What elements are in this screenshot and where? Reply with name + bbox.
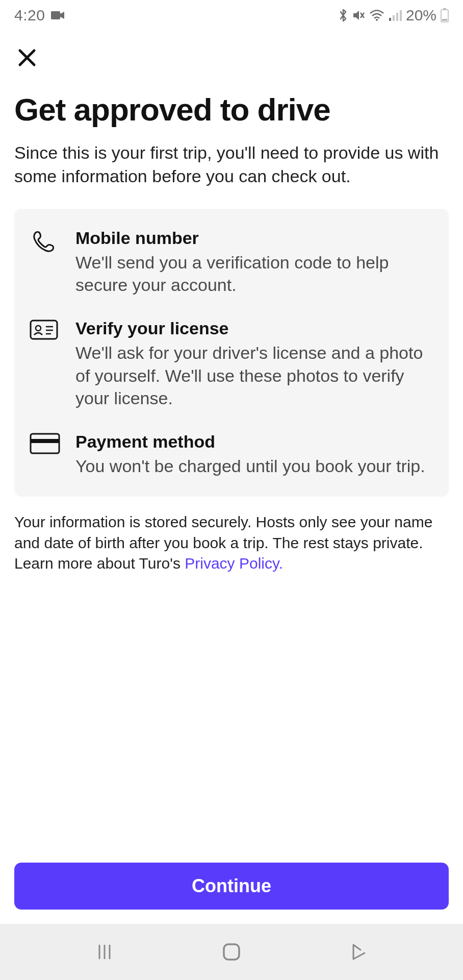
step-desc: You won't be charged until you book your… [75,455,433,477]
step-desc: We'll send you a verification code to he… [75,251,433,296]
svg-rect-10 [442,19,447,21]
battery-percent: 20% [406,7,436,24]
spacer [14,574,449,863]
steps-card: Mobile number We'll send you a verificat… [14,209,449,497]
close-icon [17,61,37,69]
phone-icon [30,228,60,256]
svg-rect-4 [389,18,391,21]
svg-rect-0 [51,11,60,19]
continue-button[interactable]: Continue [14,863,449,910]
wifi-icon [369,9,384,21]
status-right: 20% [339,7,449,24]
status-left: 4:20 [14,7,65,24]
step-title: Verify your license [75,318,433,338]
svg-rect-19 [31,439,59,443]
battery-icon [441,8,449,22]
close-button[interactable] [14,45,40,72]
svg-rect-5 [393,15,395,21]
step-verify-license: Verify your license We'll ask for your d… [30,318,433,409]
card-icon [30,432,60,454]
nav-home-button[interactable] [206,937,257,967]
svg-point-14 [36,326,41,331]
svg-rect-7 [400,10,402,21]
mute-icon [352,9,365,22]
content: Get approved to drive Since this is your… [0,77,463,863]
signal-icon [389,10,402,21]
page-title: Get approved to drive [14,92,449,127]
step-payment-method: Payment method You won't be charged unti… [30,432,433,477]
svg-rect-13 [31,321,57,339]
camera-icon [51,10,65,20]
privacy-policy-link[interactable]: Privacy Policy. [185,555,283,572]
svg-point-3 [376,19,378,21]
step-desc: We'll ask for your driver's license and … [75,341,433,409]
step-mobile-number: Mobile number We'll send you a verificat… [30,228,433,296]
privacy-text: Your information is stored securely. Hos… [14,512,449,574]
svg-rect-23 [224,944,239,960]
android-nav-bar [0,924,463,980]
page-subtitle: Since this is your first trip, you'll ne… [14,141,449,188]
footer: Continue [0,863,463,924]
bluetooth-icon [339,8,348,22]
svg-rect-18 [31,434,59,453]
header [0,31,463,77]
svg-rect-6 [396,13,398,21]
nav-back-button[interactable] [333,937,384,967]
step-title: Mobile number [75,228,433,248]
status-bar: 4:20 20% [0,0,463,31]
step-title: Payment method [75,432,433,452]
license-icon [30,318,60,340]
nav-recent-button[interactable] [79,937,130,967]
status-time: 4:20 [14,7,45,24]
